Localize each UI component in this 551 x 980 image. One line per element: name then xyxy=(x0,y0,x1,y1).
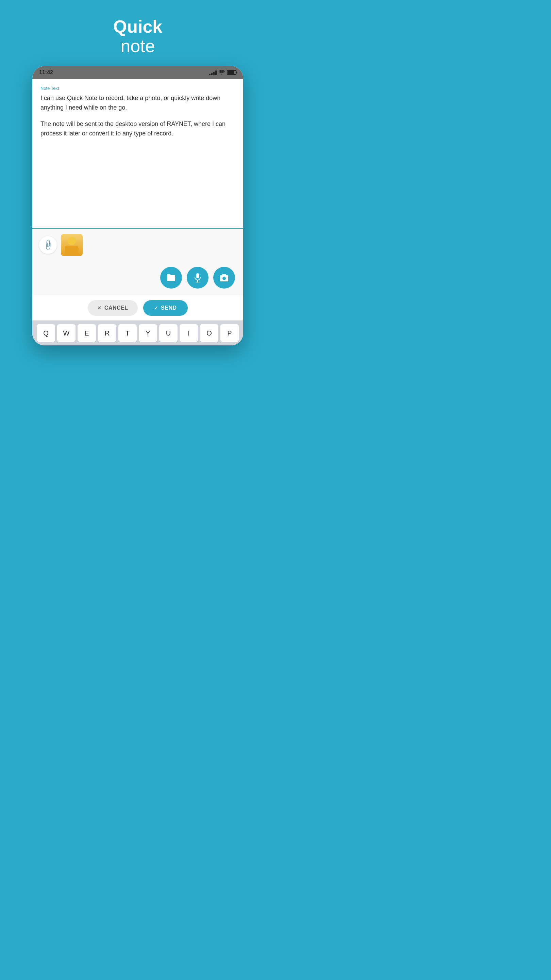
send-label: SEND xyxy=(161,305,176,311)
key-y[interactable]: Y xyxy=(139,324,157,342)
signal-icon xyxy=(209,70,217,75)
svg-rect-0 xyxy=(196,273,199,278)
key-r[interactable]: R xyxy=(98,324,116,342)
key-e[interactable]: E xyxy=(78,324,96,342)
status-bar: 11:42 xyxy=(32,66,243,79)
cancel-x-icon: ✕ xyxy=(97,305,102,311)
key-p[interactable]: P xyxy=(221,324,239,342)
phone-frame: 11:42 Note Tex xyxy=(32,66,243,345)
keyboard-row: QWERTYUIOP xyxy=(32,321,243,345)
key-u[interactable]: U xyxy=(159,324,178,342)
wifi-icon xyxy=(219,70,225,76)
title-quick: Quick xyxy=(113,17,163,37)
svg-point-3 xyxy=(222,277,226,280)
cancel-label: CANCEL xyxy=(105,305,128,311)
bottom-buttons: ✕ CANCEL ✓ SEND xyxy=(32,295,243,321)
folder-button[interactable] xyxy=(160,267,182,288)
title-note: note xyxy=(121,37,155,56)
attach-button[interactable]: 📎 xyxy=(39,236,57,254)
note-paragraph-1: I can use Quick Note to record, take a p… xyxy=(40,94,235,113)
battery-icon xyxy=(227,70,237,75)
key-w[interactable]: W xyxy=(57,324,76,342)
microphone-button[interactable] xyxy=(187,267,208,288)
note-paragraph-2: The note will be sent to the desktop ver… xyxy=(40,119,235,138)
camera-button[interactable] xyxy=(213,267,235,288)
key-o[interactable]: O xyxy=(200,324,218,342)
status-icons xyxy=(209,70,237,76)
note-content: I can use Quick Note to record, take a p… xyxy=(40,94,235,138)
photo-thumbnail[interactable] xyxy=(61,234,83,256)
send-button[interactable]: ✓ SEND xyxy=(143,300,188,316)
note-card: Note Text I can use Quick Note to record… xyxy=(32,79,243,345)
action-buttons-row xyxy=(32,261,243,295)
paperclip-icon: 📎 xyxy=(41,239,54,251)
attachments-row: 📎 xyxy=(32,229,243,261)
key-q[interactable]: Q xyxy=(37,324,55,342)
note-text-area[interactable]: Note Text I can use Quick Note to record… xyxy=(32,79,243,229)
person-image xyxy=(61,234,83,256)
note-label: Note Text xyxy=(40,86,235,91)
key-i[interactable]: I xyxy=(179,324,198,342)
send-check-icon: ✓ xyxy=(154,305,159,311)
app-title: Quick note xyxy=(113,0,163,56)
cancel-button[interactable]: ✕ CANCEL xyxy=(88,300,137,316)
key-t[interactable]: T xyxy=(118,324,137,342)
status-time: 11:42 xyxy=(39,69,53,76)
